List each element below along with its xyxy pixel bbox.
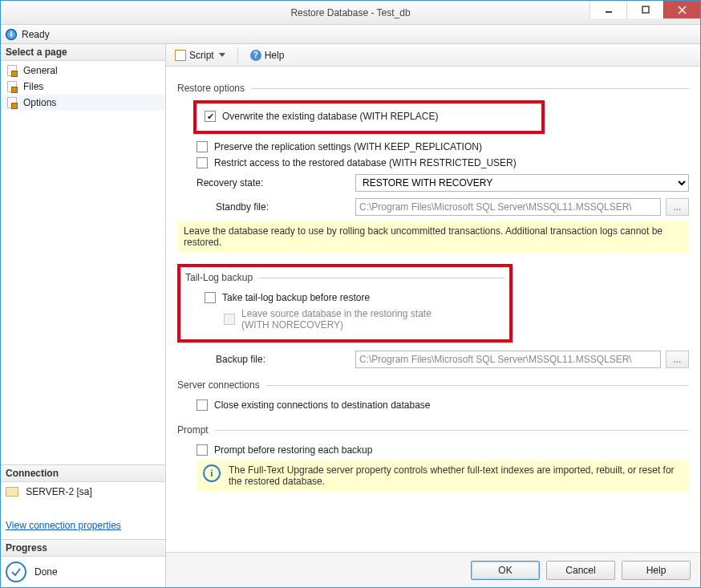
minimize-button[interactable] [590,1,626,18]
progress-header: Progress [1,540,165,557]
server-name: SERVER-2 [sa] [26,486,91,497]
button-bar: OK Cancel Help [166,552,700,587]
sidebar-item-label: General [23,65,58,76]
divider [266,385,689,386]
prompt-each-checkbox[interactable] [197,444,208,456]
close-button[interactable] [663,1,700,18]
standby-file-label: Standby file: [188,201,349,213]
backup-file-label: Backup file: [188,354,349,365]
overwrite-highlight-frame: Overwrite the existing database (WITH RE… [193,100,545,134]
recovery-info-box: Leave the database ready to use by rolli… [177,221,689,253]
preserve-replication-checkbox[interactable] [197,141,208,152]
page-icon [6,80,18,93]
help-button[interactable]: ? Help [245,47,290,63]
overwrite-checkbox[interactable] [205,111,216,122]
group-title: Prompt [177,424,209,436]
maximize-button[interactable] [626,1,663,18]
progress-done-icon [6,562,26,582]
restrict-access-label: Restrict access to the restored database… [214,157,517,168]
divider [251,88,689,89]
restrict-access-checkbox[interactable] [197,157,208,168]
status-text: Ready [22,29,50,40]
help-dialog-button[interactable]: Help [622,561,691,580]
sidebar-item-general[interactable]: General [1,63,165,79]
main-panel: Script ? Help Restore options [166,44,700,587]
close-connections-label: Close existing connections to destinatio… [214,399,431,411]
prompt-each-label: Prompt before restoring each backup [214,444,372,456]
divider [259,278,504,278]
ok-button[interactable]: OK [471,561,540,580]
toolbar-separator [237,47,238,63]
window-buttons [590,1,700,18]
group-title: Tail-Log backup [185,272,253,283]
recovery-state-select[interactable]: RESTORE WITH RECOVERY [355,174,689,192]
recovery-state-label: Recovery state: [188,177,349,189]
close-connections-checkbox[interactable] [197,399,208,411]
leave-restoring-label-2: (WITH NORECOVERY) [241,319,432,330]
script-icon [175,50,186,61]
status-bar: i Ready [1,25,700,44]
server-icon [6,487,18,497]
view-connection-properties-link[interactable]: View connection properties [6,520,121,531]
fulltext-info-text: The Full-Text Upgrade server property co… [229,464,683,487]
server-connections-group: Server connections Close existing connec… [177,379,689,413]
progress-text: Done [34,566,58,578]
overwrite-label: Overwrite the existing database (WITH RE… [222,111,438,122]
help-label: Help [265,50,285,61]
preserve-replication-label: Preserve the replication settings (WITH … [214,141,482,152]
leave-restoring-label-1: Leave source database in the restoring s… [241,308,432,319]
title-bar[interactable]: Restore Database - Test_db [1,1,700,25]
divider [215,430,689,431]
connection-header: Connection [1,465,165,482]
page-list: General Files Options [1,61,165,112]
sidebar-item-label: Options [23,97,56,108]
server-row: SERVER-2 [sa] [6,485,160,497]
chevron-down-icon [219,53,225,57]
backup-file-input [355,351,661,368]
take-taillog-checkbox[interactable] [205,292,216,303]
standby-browse-button[interactable]: ... [666,198,689,216]
info-icon: i [203,464,221,482]
status-icon: i [6,29,17,40]
window-title: Restore Database - Test_db [290,7,410,18]
restore-options-group: Restore options Overwrite the existing d… [177,83,689,253]
script-label: Script [189,50,214,61]
leave-restoring-checkbox [224,314,235,325]
group-title: Server connections [177,379,260,391]
page-icon [6,64,18,77]
standby-file-input [355,198,661,216]
cancel-button[interactable]: Cancel [546,561,615,580]
sidebar-item-label: Files [23,81,43,92]
page-icon [6,96,18,109]
toolbar: Script ? Help [166,44,700,67]
restore-database-dialog: Restore Database - Test_db i Ready Selec… [0,0,701,588]
select-page-header: Select a page [1,44,165,61]
group-title: Restore options [177,83,245,94]
sidebar-item-files[interactable]: Files [1,79,165,95]
take-taillog-label: Take tail-log backup before restore [222,292,370,303]
backup-file-browse-button[interactable]: ... [666,351,689,368]
svg-rect-1 [642,6,649,13]
taillog-highlight-frame: Tail-Log backup Take tail-log backup bef… [177,264,513,343]
help-icon: ? [250,50,261,61]
sidebar: Select a page General Files Options Conn… [1,44,166,587]
prompt-group: Prompt Prompt before restoring each back… [177,424,689,492]
script-button[interactable]: Script [169,47,231,63]
sidebar-item-options[interactable]: Options [1,95,165,111]
